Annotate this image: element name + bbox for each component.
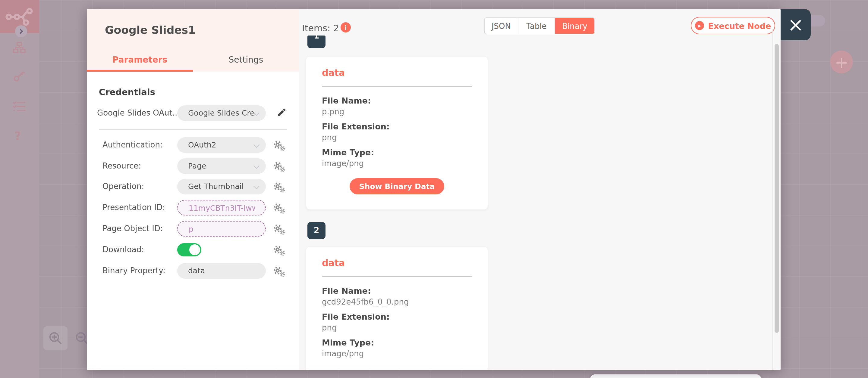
resource-select[interactable]: Page	[177, 158, 266, 174]
execute-node-button[interactable]: ▶ Execute Node	[691, 17, 775, 34]
credential-label: Google Slides OAut...	[97, 105, 180, 121]
binary-property-name: data	[322, 67, 472, 78]
field-value: png	[322, 133, 472, 142]
param-label: Download:	[102, 242, 144, 257]
play-icon: ▶	[695, 21, 704, 30]
chevron-down-icon	[253, 183, 259, 189]
info-glyph: i	[344, 24, 347, 31]
authentication-select[interactable]: OAuth2	[177, 137, 266, 153]
param-label: Resource:	[102, 158, 141, 174]
param-label: Binary Property:	[102, 263, 165, 279]
field-value: gcd92e45fb6_0_0.png	[322, 297, 472, 306]
info-icon[interactable]: i	[341, 22, 351, 33]
field-value: image/png	[322, 349, 472, 358]
card-divider	[322, 86, 472, 87]
param-options-gears-icon[interactable]	[273, 140, 286, 152]
items-count-label: Items: 2	[302, 23, 339, 34]
credential-select-value: Google Slides Cre ...	[188, 105, 254, 121]
toggle-knob	[189, 244, 200, 255]
tab-settings[interactable]: Settings	[193, 47, 299, 72]
select-value: OAuth2	[188, 137, 216, 153]
field-label: File Name:	[322, 96, 472, 105]
input-value: data	[188, 263, 205, 279]
field-label: File Extension:	[322, 312, 472, 321]
edit-credential-pencil-icon[interactable]	[276, 107, 287, 118]
download-toggle[interactable]	[177, 243, 201, 256]
app-root: ? + Google Slides1 Parameters Settings C…	[0, 0, 868, 378]
param-label: Operation:	[102, 179, 144, 195]
operation-select[interactable]: Get Thumbnail	[177, 179, 266, 195]
item-index-badge: 1	[307, 36, 326, 48]
credential-select[interactable]: Google Slides Cre ...	[177, 105, 266, 121]
page-object-id-input[interactable]: p	[177, 221, 266, 237]
binary-data-card: data File Name: gcd92e45fb6_0_0.png File…	[306, 247, 488, 370]
tab-binary[interactable]: Binary	[555, 18, 594, 34]
param-label: Page Object ID:	[102, 221, 163, 237]
scrollbar-thumb[interactable]	[775, 44, 779, 333]
chevron-down-icon	[253, 163, 259, 169]
param-options-gears-icon[interactable]	[273, 223, 286, 235]
show-binary-data-button[interactable]: Show Binary Data	[350, 178, 444, 195]
scrollbar-track-divider	[772, 30, 773, 370]
tab-json[interactable]: JSON	[485, 18, 518, 34]
close-icon: ×	[787, 13, 804, 36]
tab-table[interactable]: Table	[518, 18, 555, 34]
field-value: png	[322, 323, 472, 332]
chevron-down-icon	[253, 110, 259, 116]
node-settings-panel: Google Slides1 Parameters Settings Crede…	[87, 9, 299, 370]
item-index: 1	[307, 36, 326, 40]
binary-data-card: data File Name: p.png File Extension: pn…	[306, 57, 488, 209]
param-options-gears-icon[interactable]	[273, 202, 286, 214]
chevron-down-icon	[253, 142, 259, 148]
presentation-id-input[interactable]: 11myCBTn3IT-Iww0...	[177, 200, 266, 215]
select-value: Get Thumbnail	[188, 179, 244, 195]
output-view-tabs: JSON Table Binary	[484, 18, 595, 34]
param-label: Authentication:	[102, 137, 163, 153]
expression-value: 11myCBTn3IT-Iww0...	[189, 200, 255, 216]
node-title: Google Slides1	[105, 24, 195, 36]
node-panel-header: Google Slides1 Parameters Settings	[87, 9, 299, 72]
param-options-gears-icon[interactable]	[273, 244, 286, 256]
binary-property-name: data	[322, 257, 472, 269]
field-value: image/png	[322, 159, 472, 168]
tab-parameters[interactable]: Parameters	[87, 47, 193, 72]
field-label: File Name:	[322, 286, 472, 296]
param-options-gears-icon[interactable]	[273, 266, 286, 277]
item-index-badge: 2	[307, 222, 326, 239]
close-modal-button[interactable]: ×	[781, 9, 811, 40]
card-divider	[322, 276, 472, 277]
execute-node-label: Execute Node	[708, 21, 771, 30]
expression-value: p	[189, 221, 193, 237]
field-label: Mime Type:	[322, 338, 472, 347]
node-detail-modal: Google Slides1 Parameters Settings Crede…	[87, 9, 781, 370]
param-label: Presentation ID:	[102, 200, 165, 215]
field-value: p.png	[322, 107, 472, 116]
param-options-gears-icon[interactable]	[273, 161, 286, 173]
card-action-row: Show Binary Data	[322, 178, 472, 195]
binary-property-input[interactable]: data	[177, 263, 266, 279]
select-value: Page	[188, 158, 207, 174]
section-divider	[99, 129, 287, 130]
param-options-gears-icon[interactable]	[273, 181, 286, 193]
credentials-section-title: Credentials	[99, 87, 155, 97]
field-label: File Extension:	[322, 122, 472, 131]
field-label: Mime Type:	[322, 147, 472, 157]
